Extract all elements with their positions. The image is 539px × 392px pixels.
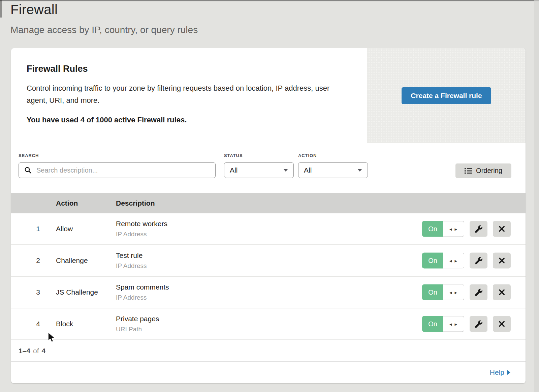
toggle-handle[interactable]: ◂ ▸ [443,253,464,269]
rule-controls: On ◂ ▸ [422,221,511,237]
rule-match-field: IP Address [116,231,167,238]
overview-text: Firewall Rules Control incoming traffic … [11,48,367,143]
ordering-button[interactable]: Ordering [455,163,511,178]
edit-rule-button[interactable] [470,253,487,269]
overview-section: Firewall Rules Control incoming traffic … [11,48,526,143]
rule-enabled-toggle[interactable]: On ◂ ▸ [422,253,464,269]
rule-priority: 3 [33,288,43,296]
rule-match-field: URI Path [116,326,159,333]
rule-enabled-toggle[interactable]: On ◂ ▸ [422,316,464,332]
toggle-arrows-icon: ◂ ▸ [449,258,458,264]
rule-match-field: IP Address [116,294,169,301]
toggle-arrows-icon: ◂ ▸ [449,289,458,295]
toggle-state-label[interactable]: On [422,316,443,332]
rule-description-cell: Remote workers IP Address [116,220,167,238]
status-filter-group: STATUS All [224,153,294,178]
rule-description-cell: Spam comments IP Address [116,283,169,301]
toggle-state-label[interactable]: On [422,253,443,269]
pagination: 1–4 of 4 [11,340,526,362]
rule-action: Block [56,320,73,328]
rule-controls: On ◂ ▸ [422,316,511,332]
status-selected-value: All [230,166,237,174]
window-edge-left [0,0,2,18]
firewall-rules-card: Firewall Rules Control incoming traffic … [11,48,526,383]
rule-description: Private pages [116,315,159,323]
pagination-separator: of [33,347,39,355]
rule-description-cell: Test rule IP Address [116,251,147,270]
help-link-label: Help [490,368,504,376]
close-icon [498,225,505,233]
create-firewall-rule-button[interactable]: Create a Firewall rule [402,87,491,104]
action-filter-group: ACTION All [298,153,368,178]
column-header-action: Action [56,199,78,207]
status-label: STATUS [224,153,294,158]
pagination-range: 1–4 [19,347,30,355]
toggle-handle[interactable]: ◂ ▸ [443,316,464,332]
section-description: Control incoming traffic to your zone by… [27,82,343,106]
edit-rule-button[interactable] [470,316,487,332]
toggle-arrows-icon: ◂ ▸ [449,226,458,232]
search-label: SEARCH [19,153,216,158]
rule-controls: On ◂ ▸ [422,253,511,269]
ordering-list-icon [465,168,472,174]
delete-rule-button[interactable] [493,316,511,332]
ordering-button-label: Ordering [476,167,502,175]
rule-description-cell: Private pages URI Path [116,315,159,333]
rule-priority: 2 [33,257,43,265]
rule-description: Remote workers [116,220,167,228]
filter-bar: SEARCH STATUS All ACTION All [11,143,526,193]
rule-priority: 1 [33,225,43,233]
toggle-state-label[interactable]: On [422,284,443,300]
close-icon [498,289,505,296]
rule-action: JS Challenge [56,288,98,296]
close-icon [498,321,505,328]
search-box[interactable] [19,162,216,178]
table-row: 1 Allow Remote workers IP Address On ◂ ▸ [11,213,526,245]
table-row: 2 Challenge Test rule IP Address On ◂ ▸ [11,245,526,277]
delete-rule-button[interactable] [493,253,511,269]
rule-controls: On ◂ ▸ [422,284,511,300]
rules-table-body: 1 Allow Remote workers IP Address On ◂ ▸ [11,213,526,340]
rule-action: Allow [56,225,73,233]
rule-enabled-toggle[interactable]: On ◂ ▸ [422,221,464,237]
help-link[interactable]: Help [490,368,510,376]
page-subtitle: Manage access by IP, country, or query r… [10,25,198,35]
pagination-total: 4 [42,347,46,355]
column-header-description: Description [116,199,155,207]
rule-action: Challenge [56,257,88,265]
rule-priority: 4 [33,320,43,328]
usage-note: You have used 4 of 1000 active Firewall … [27,116,352,124]
delete-rule-button[interactable] [493,284,511,300]
toggle-arrows-icon: ◂ ▸ [449,321,458,327]
rule-description: Test rule [116,251,147,260]
rules-table-header: Action Description [11,193,526,213]
action-selected-value: All [304,166,312,174]
rule-match-field: IP Address [116,262,147,270]
window-edge-right [534,0,539,392]
search-input[interactable] [36,166,211,175]
section-heading: Firewall Rules [27,64,352,74]
toggle-state-label[interactable]: On [422,221,443,237]
chevron-down-icon [283,169,288,172]
window-edge-top [0,0,539,1]
action-label: ACTION [298,153,368,158]
page-title: Firewall [10,2,198,17]
delete-rule-button[interactable] [493,221,511,237]
close-icon [498,257,505,264]
wrench-icon [475,289,482,296]
search-group: SEARCH [19,153,216,178]
edit-rule-button[interactable] [470,284,487,300]
toggle-handle[interactable]: ◂ ▸ [443,221,464,237]
table-row: 4 Block Private pages URI Path On ◂ ▸ [11,308,526,340]
toggle-handle[interactable]: ◂ ▸ [443,284,464,300]
edit-rule-button[interactable] [470,221,487,237]
overview-action-panel: Create a Firewall rule [367,48,526,143]
table-row: 3 JS Challenge Spam comments IP Address … [11,277,526,308]
wrench-icon [475,257,482,264]
page-header: Firewall Manage access by IP, country, o… [10,2,198,35]
action-select[interactable]: All [298,162,368,178]
chevron-down-icon [357,169,362,172]
status-select[interactable]: All [224,162,294,178]
rule-enabled-toggle[interactable]: On ◂ ▸ [422,284,464,300]
card-footer: Help [11,362,526,383]
